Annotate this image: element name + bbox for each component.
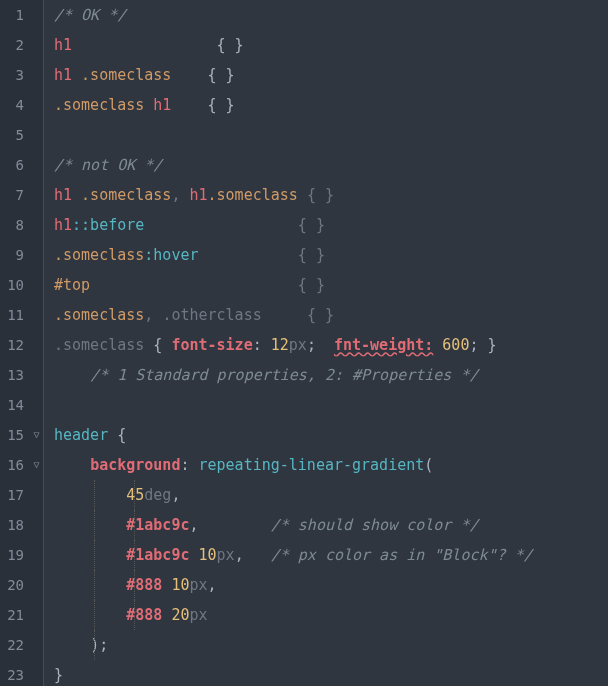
fold-marker bbox=[30, 270, 43, 300]
token-class: .someclass bbox=[54, 246, 144, 264]
code-line[interactable]: .someclass, .otherclass { } bbox=[54, 300, 608, 330]
code-line[interactable]: #top { } bbox=[54, 270, 608, 300]
fold-marker[interactable]: ▽ bbox=[30, 450, 43, 480]
line-number: 11 bbox=[2, 300, 24, 330]
token-space bbox=[199, 246, 298, 264]
fold-marker bbox=[30, 360, 43, 390]
fold-marker bbox=[30, 120, 43, 150]
code-line[interactable]: .someclass { font-size: 12px; fnt-weight… bbox=[54, 330, 608, 360]
code-line[interactable]: #888 10px, bbox=[54, 570, 608, 600]
token-comment: /* OK */ bbox=[54, 6, 126, 24]
token-punc: } bbox=[54, 666, 63, 684]
token-class: .someclass bbox=[81, 66, 171, 84]
token-space bbox=[54, 576, 126, 594]
code-line[interactable]: /* OK */ bbox=[54, 0, 608, 30]
code-editor[interactable]: 1234567891011121314151617181920212223 ▽▽… bbox=[0, 0, 608, 686]
token-dim: { } bbox=[298, 276, 325, 294]
fold-marker bbox=[30, 210, 43, 240]
token-punc: ( bbox=[424, 456, 433, 474]
token-space bbox=[54, 366, 90, 384]
token-ps: :hover bbox=[144, 246, 198, 264]
token-space bbox=[54, 516, 126, 534]
token-space bbox=[199, 516, 271, 534]
token-punc: ; bbox=[307, 336, 334, 354]
line-number: 4 bbox=[2, 90, 24, 120]
line-number: 16 bbox=[2, 450, 24, 480]
token-tag: h1 bbox=[54, 66, 81, 84]
code-line[interactable]: .someclass h1 { } bbox=[54, 90, 608, 120]
code-line[interactable]: header { bbox=[54, 420, 608, 450]
fold-marker bbox=[30, 30, 43, 60]
indent-guide bbox=[134, 540, 135, 570]
line-number: 21 bbox=[2, 600, 24, 630]
line-number: 14 bbox=[2, 390, 24, 420]
fold-marker bbox=[30, 300, 43, 330]
indent-guide bbox=[134, 480, 135, 510]
code-line[interactable]: background: repeating-linear-gradient( bbox=[54, 450, 608, 480]
token-class: .someclass bbox=[54, 306, 144, 324]
token-comment: /* not OK */ bbox=[54, 156, 162, 174]
token-func: repeating-linear-gradient bbox=[199, 456, 425, 474]
code-area[interactable]: /* OK */h1 { }h1 .someclass { }.someclas… bbox=[44, 0, 608, 686]
token-dim: { } bbox=[298, 246, 325, 264]
line-number: 3 bbox=[2, 60, 24, 90]
token-colornum: #1abc9c bbox=[126, 516, 189, 534]
token-tag: h1 bbox=[189, 186, 207, 204]
token-space bbox=[90, 276, 298, 294]
token-dim: , bbox=[171, 186, 189, 204]
token-num: 20 bbox=[171, 606, 189, 624]
code-line[interactable]: #1abc9c, /* should show color */ bbox=[54, 510, 608, 540]
token-num: 12 bbox=[271, 336, 289, 354]
token-class: .someclass bbox=[81, 186, 171, 204]
fold-marker bbox=[30, 0, 43, 30]
code-line[interactable]: ); bbox=[54, 630, 608, 660]
code-line[interactable]: h1 { } bbox=[54, 30, 608, 60]
token-err: fnt-weight: bbox=[334, 336, 433, 354]
code-line[interactable]: 45deg, bbox=[54, 480, 608, 510]
token-num: 45 bbox=[126, 486, 144, 504]
code-line[interactable]: h1::before { } bbox=[54, 210, 608, 240]
line-number: 12 bbox=[2, 330, 24, 360]
fold-marker bbox=[30, 660, 43, 686]
token-dim: , bbox=[144, 306, 162, 324]
line-number: 2 bbox=[2, 30, 24, 60]
line-number: 17 bbox=[2, 480, 24, 510]
token-unit: px bbox=[189, 576, 207, 594]
token-ps: ::before bbox=[72, 216, 144, 234]
code-line[interactable]: /* 1 Standard properties, 2: #Properties… bbox=[54, 360, 608, 390]
token-space bbox=[54, 606, 126, 624]
token-punc: { } bbox=[208, 66, 235, 84]
indent-guide bbox=[134, 600, 135, 630]
fold-marker bbox=[30, 630, 43, 660]
line-number: 22 bbox=[2, 630, 24, 660]
token-punc: , bbox=[171, 486, 180, 504]
token-tag: h1 bbox=[54, 36, 72, 54]
line-number: 20 bbox=[2, 570, 24, 600]
token-punc: : bbox=[253, 336, 271, 354]
token-colornum: #888 bbox=[126, 576, 162, 594]
code-line[interactable]: #888 20px bbox=[54, 600, 608, 630]
token-space bbox=[144, 216, 298, 234]
code-line[interactable]: h1 .someclass { } bbox=[54, 60, 608, 90]
token-unit: deg bbox=[144, 486, 171, 504]
token-space bbox=[54, 456, 90, 474]
code-line[interactable]: #1abc9c 10px, /* px color as in "Block"?… bbox=[54, 540, 608, 570]
fold-marker bbox=[30, 540, 43, 570]
token-punc: { bbox=[117, 426, 126, 444]
token-colornum: #888 bbox=[126, 606, 162, 624]
token-space bbox=[72, 36, 217, 54]
fold-marker[interactable]: ▽ bbox=[30, 420, 43, 450]
code-line[interactable] bbox=[54, 390, 608, 420]
token-punc: { } bbox=[217, 36, 244, 54]
token-space bbox=[54, 636, 90, 654]
token-punc: } bbox=[488, 336, 497, 354]
code-line[interactable]: } bbox=[54, 660, 608, 686]
token-punc: { } bbox=[208, 96, 235, 114]
code-line[interactable]: h1 .someclass, h1.someclass { } bbox=[54, 180, 608, 210]
code-line[interactable]: /* not OK */ bbox=[54, 150, 608, 180]
code-line[interactable]: .someclass:hover { } bbox=[54, 240, 608, 270]
line-number: 15 bbox=[2, 420, 24, 450]
token-space bbox=[262, 306, 307, 324]
code-line[interactable] bbox=[54, 120, 608, 150]
token-punc: , bbox=[235, 546, 244, 564]
